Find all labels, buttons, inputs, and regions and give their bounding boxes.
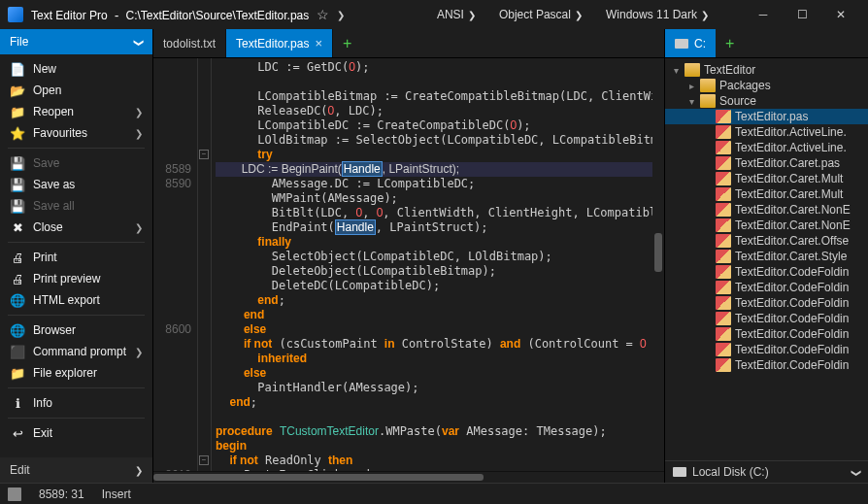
sidebar: File ❯ 📄New📂Open📁Reopen❯⭐Favourites❯💾Sav… xyxy=(0,29,153,483)
scrollbar-thumb[interactable] xyxy=(153,474,484,481)
menu-item-html-export[interactable]: 🌐HTML export xyxy=(0,289,152,311)
menu-icon: ✖ xyxy=(10,219,25,235)
menu-label: Command prompt xyxy=(33,345,127,358)
encoding-dropdown[interactable]: ANSI❯ xyxy=(429,6,484,23)
file-explorer-panel: C: + ▾TextEditor▸Packages▾SourceTextEdit… xyxy=(664,29,868,483)
menu-label: Favourites xyxy=(33,126,127,140)
tree-label: TextEditor.Caret.Mult xyxy=(735,172,843,185)
drive-selector[interactable]: Local Disk (C:) ❯ xyxy=(665,460,868,483)
menu-item-reopen[interactable]: 📁Reopen❯ xyxy=(0,101,152,122)
menu-item-browser[interactable]: 🌐Browser xyxy=(0,319,152,341)
code-editor[interactable]: 85898590 8600 8610 −− LDC := GetDC(0); L… xyxy=(153,58,664,471)
scrollbar-thumb[interactable] xyxy=(654,233,662,272)
minimize-button[interactable]: ─ xyxy=(744,0,783,29)
chevron-down-icon: ❯ xyxy=(134,38,145,46)
menu-icon: ⭐ xyxy=(10,125,25,141)
tree-expand-icon[interactable]: ▾ xyxy=(686,96,696,107)
menu-item-open[interactable]: 📂Open xyxy=(0,80,152,101)
fold-toggle-icon[interactable]: − xyxy=(199,455,209,465)
menu-item-exit[interactable]: ↩Exit xyxy=(0,422,152,444)
menu-label: Save all xyxy=(33,199,143,213)
tree-file[interactable]: TextEditor.CodeFoldin xyxy=(665,280,868,295)
maximize-button[interactable]: ☐ xyxy=(783,0,821,29)
tree-file[interactable]: TextEditor.CodeFoldin xyxy=(665,264,868,280)
drive-tab[interactable]: C: xyxy=(665,29,716,57)
file-icon xyxy=(716,172,731,185)
menu-item-favourites[interactable]: ⭐Favourites❯ xyxy=(0,122,152,144)
tree-label: TextEditor.ActiveLine. xyxy=(735,141,847,154)
folder-icon xyxy=(684,63,700,77)
tree-expand-icon[interactable]: ▾ xyxy=(671,65,681,76)
tree-file[interactable]: TextEditor.Caret.NonE xyxy=(665,218,868,233)
tab-close-icon[interactable]: × xyxy=(315,36,322,50)
edit-menu-header[interactable]: Edit ❯ xyxy=(0,457,152,483)
tree-file[interactable]: TextEditor.ActiveLine. xyxy=(665,140,868,155)
menu-icon: 🌐 xyxy=(10,292,25,308)
tree-label: TextEditor.CodeFoldin xyxy=(735,327,849,341)
menu-label: Open xyxy=(33,84,143,97)
menu-item-file-explorer[interactable]: 📁File explorer xyxy=(0,362,152,384)
editor-hscrollbar[interactable] xyxy=(153,471,664,483)
tree-file[interactable]: TextEditor.Caret.Offse xyxy=(665,233,868,249)
tree-file[interactable]: TextEditor.CodeFoldin xyxy=(665,295,868,311)
menu-item-save-as[interactable]: 💾Save as xyxy=(0,174,152,195)
tree-folder[interactable]: ▾TextEditor xyxy=(665,62,868,78)
tree-file[interactable]: TextEditor.CodeFoldin xyxy=(665,357,868,373)
tree-file[interactable]: TextEditor.Caret.Mult xyxy=(665,171,868,186)
tree-expand-icon[interactable]: ▸ xyxy=(686,81,696,91)
menu-icon: ⬛ xyxy=(10,344,25,359)
tree-file[interactable]: TextEditor.CodeFoldin xyxy=(665,311,868,326)
file-icon xyxy=(716,343,731,356)
theme-dropdown[interactable]: Windows 11 Dark❯ xyxy=(598,6,717,23)
menu-item-close[interactable]: ✖Close❯ xyxy=(0,217,152,238)
chevron-down-icon: ❯ xyxy=(135,128,143,139)
tree-file[interactable]: TextEditor.CodeFoldin xyxy=(665,326,868,342)
menu-item-save-all: 💾Save all xyxy=(0,195,152,217)
fold-toggle-icon[interactable]: − xyxy=(199,150,209,159)
editor-vscrollbar[interactable] xyxy=(652,58,664,471)
new-tab-button[interactable]: + xyxy=(333,29,361,57)
file-menu-header[interactable]: File ❯ xyxy=(0,29,152,54)
menu-item-info[interactable]: ℹInfo xyxy=(0,392,152,414)
tree-label: TextEditor xyxy=(704,63,755,77)
file-icon xyxy=(716,141,731,154)
menu-item-print-preview[interactable]: 🖨Print preview xyxy=(0,268,152,289)
menu-item-new[interactable]: 📄New xyxy=(0,58,152,80)
tree-file[interactable]: TextEditor.Caret.NonE xyxy=(665,202,868,218)
tree-file[interactable]: TextEditor.Caret.pas xyxy=(665,155,868,171)
menu-label: HTML export xyxy=(33,293,143,307)
menu-icon: 🌐 xyxy=(10,322,25,338)
menu-icon: 📄 xyxy=(10,61,25,77)
tree-label: TextEditor.CodeFoldin xyxy=(735,296,849,310)
tree-file[interactable]: TextEditor.ActiveLine. xyxy=(665,124,868,140)
tab-TextEditor-pas[interactable]: TextEditor.pas× xyxy=(226,29,333,57)
tree-label: TextEditor.CodeFoldin xyxy=(735,343,849,356)
tree-folder[interactable]: ▾Source xyxy=(665,93,868,109)
tree-file[interactable]: TextEditor.Caret.Mult xyxy=(665,186,868,202)
menu-label: Exit xyxy=(33,426,143,440)
language-dropdown[interactable]: Object Pascal❯ xyxy=(491,6,590,23)
chevron-down-icon: ❯ xyxy=(575,10,583,20)
insert-mode: Insert xyxy=(102,487,131,501)
tree-label: TextEditor.Caret.Offse xyxy=(735,234,849,248)
close-button[interactable]: ✕ xyxy=(821,0,860,29)
tree-file[interactable]: TextEditor.pas xyxy=(665,109,868,124)
menu-label: File explorer xyxy=(33,366,143,380)
menu-item-command-prompt[interactable]: ⬛Command prompt❯ xyxy=(0,341,152,362)
tree-label: TextEditor.Caret.pas xyxy=(735,156,840,170)
new-drive-tab-button[interactable]: + xyxy=(716,29,744,57)
title-dropdown-icon[interactable]: ❯ xyxy=(337,10,345,20)
favourite-star-icon[interactable]: ☆ xyxy=(317,7,329,22)
menu-item-print[interactable]: 🖨Print xyxy=(0,247,152,268)
menu-icon: 💾 xyxy=(10,155,25,171)
drive-icon xyxy=(675,39,688,49)
tree-file[interactable]: TextEditor.Caret.Style xyxy=(665,249,868,264)
file-icon xyxy=(716,358,731,372)
file-icon xyxy=(716,296,731,310)
menu-icon: 📁 xyxy=(10,104,25,119)
tree-folder[interactable]: ▸Packages xyxy=(665,78,868,93)
tree-file[interactable]: TextEditor.CodeFoldin xyxy=(665,342,868,357)
fold-gutter[interactable]: −− xyxy=(198,58,212,471)
code-area[interactable]: LDC := GetDC(0); LCompatibleBitmap := Cr… xyxy=(212,58,664,471)
tab-todolist-txt[interactable]: todolist.txt xyxy=(153,29,226,57)
